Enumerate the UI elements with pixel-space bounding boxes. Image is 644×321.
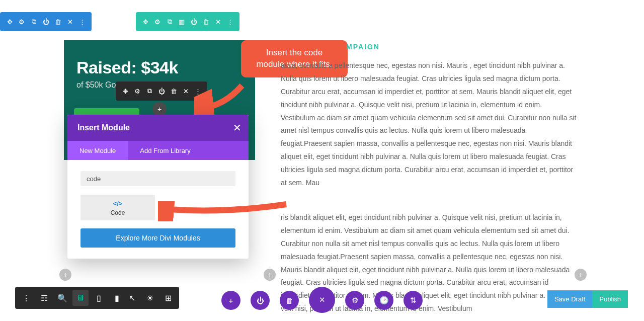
trash-icon[interactable]: 🗑 [52, 16, 64, 28]
more-icon[interactable]: ⋮ [76, 16, 88, 28]
close-icon[interactable]: ✕ [64, 16, 76, 28]
click-icon[interactable]: ↖ [124, 290, 140, 306]
add-section-middle[interactable]: + [264, 269, 276, 281]
wireframe-icon[interactable]: ☶ [36, 290, 52, 306]
module-toolbar-dark[interactable]: ✥ ⚙ ⧉ ⏻ 🗑 ✕ ⋮ [116, 82, 207, 101]
module-label: Code [111, 209, 125, 216]
tablet-icon[interactable]: ▯ [91, 290, 107, 306]
power-icon[interactable]: ⏻ [40, 16, 52, 28]
columns-icon[interactable]: ▥ [176, 16, 188, 28]
move-icon[interactable]: ✥ [4, 16, 16, 28]
gear-icon[interactable]: ⚙ [16, 16, 28, 28]
grid-icon[interactable]: ⊞ [160, 290, 176, 306]
modal-header: Insert Module ✕ [67, 115, 249, 141]
gear-icon[interactable]: ⚙ [131, 85, 143, 97]
desktop-icon[interactable]: 🖥 [72, 290, 89, 306]
zoom-icon[interactable]: 🔍 [54, 290, 70, 306]
insert-module-modal: Insert Module ✕ New Module Add From Libr… [67, 115, 249, 259]
modal-tabs: New Module Add From Library [67, 141, 249, 160]
settings-button[interactable]: ⚙ [345, 291, 364, 310]
add-module-button[interactable]: + [152, 102, 167, 116]
power-button[interactable]: ⏻ [251, 291, 270, 310]
move-icon[interactable]: ✥ [139, 16, 151, 28]
tab-new-module[interactable]: New Module [67, 141, 128, 160]
raised-title: Raised: $34k [76, 58, 243, 77]
save-draft-button[interactable]: Save Draft [547, 290, 592, 308]
move-icon[interactable]: ✥ [119, 85, 131, 97]
duplicate-icon[interactable]: ⧉ [164, 16, 176, 28]
more-icon[interactable]: ⋮ [18, 290, 34, 306]
tile-arrow [158, 201, 289, 221]
main-close-button[interactable]: ✕ [309, 287, 335, 313]
publish-button[interactable]: Publish [592, 290, 628, 308]
close-icon[interactable]: ✕ [180, 85, 192, 97]
module-search-input[interactable] [80, 171, 235, 186]
close-icon[interactable]: ✕ [233, 122, 242, 134]
publish-buttons: Save Draft Publish [547, 290, 628, 308]
hover-icon[interactable]: ☀ [142, 290, 158, 306]
row-toolbar-teal[interactable]: ✥ ⚙ ⧉ ▥ ⏻ 🗑 ✕ ⋮ [136, 12, 239, 31]
add-button[interactable]: + [221, 291, 240, 310]
add-section-left[interactable]: + [59, 269, 71, 281]
trash-icon[interactable]: 🗑 [168, 85, 180, 97]
code-module-tile[interactable]: </> Code [80, 195, 155, 220]
explore-modules-button[interactable]: Explore More Divi Modules [80, 228, 235, 248]
add-section-right[interactable]: + [575, 269, 587, 281]
trash-button[interactable]: 🗑 [280, 291, 299, 310]
body-text-1: assa, convallis a pellentesque nec, eges… [281, 59, 578, 190]
callout-arrow [194, 81, 245, 116]
view-toolbar[interactable]: ⋮ ☶ 🔍 🖥 ▯ ▮ [15, 287, 128, 309]
callout-line1: Insert the code [266, 48, 323, 57]
campaign-heading-partial: MPAIGN [346, 43, 380, 51]
duplicate-icon[interactable]: ⧉ [143, 85, 155, 97]
tools-toolbar[interactable]: ↖ ☀ ⊞ [121, 287, 179, 309]
trash-icon[interactable]: 🗑 [200, 16, 212, 28]
more-icon[interactable]: ⋮ [224, 16, 236, 28]
section-toolbar-blue[interactable]: ✥ ⚙ ⧉ ⏻ 🗑 ✕ ⋮ [0, 12, 92, 31]
duplicate-icon[interactable]: ⧉ [28, 16, 40, 28]
sort-button[interactable]: ⇅ [404, 291, 423, 310]
power-icon[interactable]: ⏻ [155, 85, 168, 97]
power-icon[interactable]: ⏻ [188, 16, 200, 28]
gear-icon[interactable]: ⚙ [151, 16, 164, 28]
modal-title: Insert Module [77, 123, 130, 132]
code-icon: </> [113, 200, 123, 207]
close-icon[interactable]: ✕ [212, 16, 224, 28]
history-button[interactable]: 🕑 [374, 291, 393, 310]
tab-add-from-library[interactable]: Add From Library [128, 141, 202, 160]
